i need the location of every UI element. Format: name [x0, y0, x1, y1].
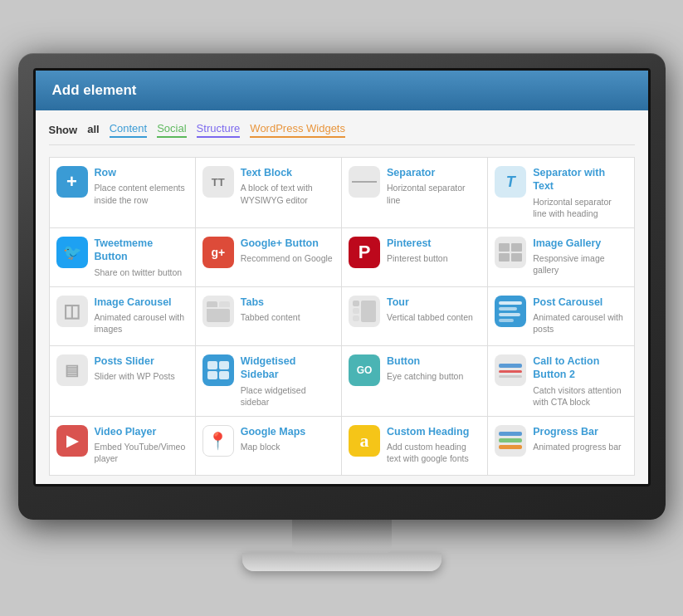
- gplus-icon: g+: [202, 237, 234, 268]
- element-widgetised-sidebar[interactable]: Widgetised Sidebar Place widgetised side…: [196, 346, 341, 416]
- button-title: Button: [387, 354, 479, 368]
- element-text-block[interactable]: TT Text Block A block of text with WYSIW…: [196, 158, 341, 227]
- tweetmeme-icon: 🐦: [56, 237, 88, 268]
- posts-slider-desc: Slider with WP Posts: [95, 370, 187, 382]
- separator-text-desc: Horizontal separator line with heading: [533, 196, 625, 219]
- text-block-icon: TT: [202, 166, 234, 198]
- pinterest-title: Pinterest: [387, 237, 479, 250]
- monitor-stand-neck: [292, 520, 392, 553]
- posts-slider-title: Posts Slider: [95, 354, 187, 368]
- tour-desc: Vertical tabbed conten: [387, 311, 479, 323]
- image-carousel-title: Image Carousel: [95, 296, 187, 309]
- post-carousel-desc: Animated carousel with posts: [533, 311, 625, 335]
- element-separator[interactable]: Separator Horizontal separator line: [342, 158, 487, 227]
- post-carousel-title: Post Carousel: [533, 296, 625, 309]
- video-player-icon: ▶: [56, 425, 88, 457]
- image-gallery-title: Image Gallery: [533, 237, 625, 250]
- custom-heading-icon: a: [349, 425, 380, 457]
- element-row[interactable]: + Row Place content elements inside the …: [50, 158, 195, 227]
- modal-title: Add element: [52, 82, 137, 98]
- filter-structure[interactable]: Structure: [197, 122, 241, 138]
- gplus-desc: Recommend on Google: [241, 252, 333, 264]
- element-progress-bar[interactable]: Progress Bar Animated progress bar: [488, 417, 633, 475]
- tabs-desc: Tabbed content: [241, 311, 333, 323]
- pinterest-desc: Pinterest button: [387, 252, 479, 264]
- widgetised-sidebar-title: Widgetised Sidebar: [241, 354, 333, 382]
- element-video-player[interactable]: ▶ Video Player Embed YouTube/Vimeo playe…: [50, 417, 195, 475]
- element-separator-text[interactable]: T Separator with Text Horizontal separat…: [488, 158, 633, 227]
- modal-body: Show all Content Social Structure WordPr…: [36, 110, 648, 484]
- separator-title: Separator: [387, 166, 479, 179]
- row-title: Row: [95, 166, 187, 179]
- tabs-title: Tabs: [241, 296, 333, 309]
- posts-slider-icon: ▤: [56, 354, 88, 386]
- button-desc: Eye catching button: [387, 370, 479, 382]
- text-block-title: Text Block: [241, 166, 333, 179]
- element-tabs[interactable]: Tabs Tabbed content: [196, 287, 341, 345]
- progress-bar-desc: Animated progress bar: [533, 441, 625, 452]
- separator-icon: [349, 166, 380, 198]
- tour-icon: [349, 296, 380, 327]
- progress-bar-icon: [495, 425, 526, 457]
- filter-wordpress[interactable]: WordPress Widgets: [250, 122, 345, 138]
- row-desc: Place content elements inside the row: [95, 182, 187, 205]
- modal-header: Add element: [36, 71, 648, 110]
- button-icon: GO: [349, 354, 380, 386]
- element-pinterest[interactable]: P Pinterest Pinterest button: [342, 228, 487, 286]
- element-button[interactable]: GO Button Eye catching button: [342, 346, 487, 416]
- element-google-maps[interactable]: 📍 Google Maps Map block: [196, 417, 341, 475]
- cta-button2-icon: [495, 354, 526, 386]
- gplus-title: Google+ Button: [241, 237, 333, 250]
- tweetmeme-desc: Share on twitter button: [95, 266, 187, 278]
- custom-heading-desc: Add custom heading text with google font…: [387, 441, 479, 464]
- google-maps-desc: Map block: [241, 441, 333, 452]
- monitor-screen: Add element Show all Content Social Stru…: [33, 68, 651, 486]
- custom-heading-title: Custom Heading: [387, 425, 479, 438]
- element-tweetmeme[interactable]: 🐦 Tweetmeme Button Share on twitter butt…: [50, 228, 195, 286]
- image-carousel-icon: ◫: [56, 296, 88, 327]
- filter-tabs: Show all Content Social Structure WordPr…: [49, 122, 635, 145]
- monitor: Add element Show all Content Social Stru…: [18, 53, 666, 571]
- text-block-desc: A block of text with WYSIWYG editor: [241, 182, 333, 205]
- separator-text-icon: T: [495, 166, 526, 198]
- pinterest-icon: P: [349, 237, 380, 268]
- monitor-stand-base: [242, 553, 442, 571]
- filter-social[interactable]: Social: [157, 122, 186, 138]
- tour-title: Tour: [387, 296, 479, 309]
- tabs-icon: [202, 296, 234, 327]
- image-gallery-desc: Responsive image gallery: [533, 252, 625, 276]
- google-maps-title: Google Maps: [241, 425, 333, 438]
- google-maps-icon: 📍: [202, 425, 234, 457]
- element-post-carousel[interactable]: Post Carousel Animated carousel with pos…: [488, 287, 633, 345]
- widgetised-sidebar-icon: [202, 354, 234, 386]
- filter-content[interactable]: Content: [110, 122, 148, 138]
- filter-label: Show: [49, 124, 78, 136]
- element-cta-button2[interactable]: Call to Action Button 2 Catch visitors a…: [488, 346, 633, 416]
- separator-desc: Horizontal separator line: [387, 182, 479, 205]
- post-carousel-icon: [495, 296, 526, 327]
- monitor-bezel: Add element Show all Content Social Stru…: [18, 53, 666, 520]
- video-player-desc: Embed YouTube/Vimeo player: [95, 441, 187, 464]
- cta-button2-title: Call to Action Button 2: [533, 354, 625, 382]
- element-image-gallery[interactable]: Image Gallery Responsive image gallery: [488, 228, 633, 286]
- image-carousel-desc: Animated carousel with images: [95, 311, 187, 335]
- separator-text-title: Separator with Text: [533, 166, 625, 193]
- cta-button2-desc: Catch visitors attention with CTA block: [533, 384, 625, 408]
- elements-grid: + Row Place content elements inside the …: [49, 157, 635, 476]
- element-gplus[interactable]: g+ Google+ Button Recommend on Google: [196, 228, 341, 286]
- image-gallery-icon: [495, 237, 526, 268]
- tweetmeme-title: Tweetmeme Button: [95, 237, 187, 264]
- row-icon: +: [56, 166, 88, 198]
- element-image-carousel[interactable]: ◫ Image Carousel Animated carousel with …: [50, 287, 195, 345]
- filter-all[interactable]: all: [87, 123, 99, 137]
- element-posts-slider[interactable]: ▤ Posts Slider Slider with WP Posts: [50, 346, 195, 416]
- element-tour[interactable]: Tour Vertical tabbed conten: [342, 287, 487, 345]
- element-custom-heading[interactable]: a Custom Heading Add custom heading text…: [342, 417, 487, 475]
- video-player-title: Video Player: [95, 425, 187, 438]
- progress-bar-title: Progress Bar: [533, 425, 625, 438]
- widgetised-sidebar-desc: Place widgetised sidebar: [241, 384, 333, 408]
